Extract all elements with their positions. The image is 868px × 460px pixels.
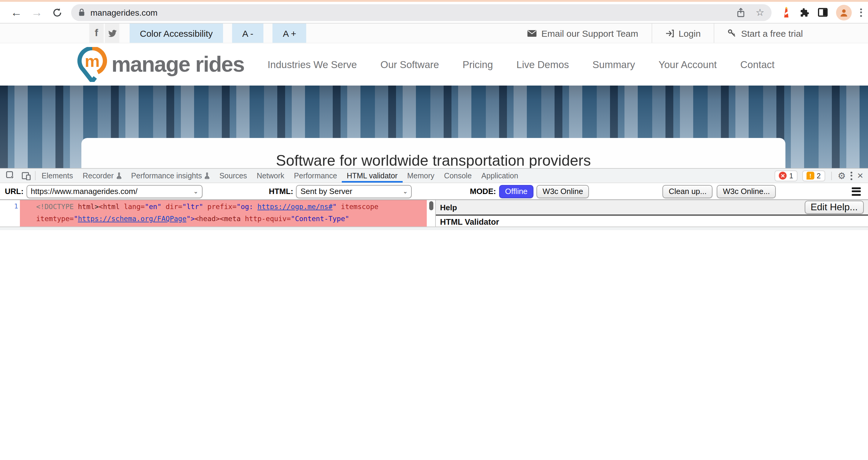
tab-label: Performance	[294, 171, 337, 180]
experiment-flask-icon	[116, 172, 121, 179]
side-panel-icon[interactable]	[818, 8, 828, 17]
login-arrow-icon	[665, 29, 674, 37]
lighthouse-extension-icon[interactable]	[781, 7, 792, 18]
validator-code-pane[interactable]: 1 <!DOCTYPE html><html lang="en" dir="lt…	[0, 200, 435, 227]
devtools-tab-memory[interactable]: Memory	[402, 169, 439, 183]
header-link-start-a-free-trial[interactable]: Start a free trial	[714, 24, 816, 43]
validator-help-pane: Help Edit Help... HTML Validator	[435, 200, 868, 227]
nav-item-pricing[interactable]: Pricing	[463, 59, 493, 70]
back-icon[interactable]: ←	[8, 4, 25, 21]
devtools-tab-recorder[interactable]: Recorder	[78, 169, 126, 183]
devtools-close-icon[interactable]: ×	[857, 170, 863, 181]
error-badge[interactable]: ✕1	[775, 170, 797, 181]
devtools-tab-performance[interactable]: Performance	[289, 169, 342, 183]
code-scrollbar[interactable]	[429, 201, 433, 210]
tab-label: Console	[444, 171, 472, 180]
devtools-tab-elements[interactable]: Elements	[37, 169, 78, 183]
mode-offline-button[interactable]: Offline	[499, 185, 534, 198]
error-icon: ✕	[779, 172, 786, 179]
url-text: managerides.com	[90, 7, 158, 17]
logo-text: manage rides	[112, 52, 244, 77]
mode-w3c-online-button[interactable]: W3c Online	[536, 185, 589, 198]
header-link-label: Email our Support Team	[541, 28, 638, 38]
devtools-tab-network[interactable]: Network	[252, 169, 289, 183]
browser-toolbar: ← → managerides.com ☆	[0, 2, 868, 24]
font-larger-button[interactable]: A +	[273, 24, 306, 43]
site-logo[interactable]: m manage rides	[77, 47, 244, 82]
nav-item-summary[interactable]: Summary	[592, 59, 635, 70]
lock-icon	[79, 8, 85, 16]
w3c-online-button[interactable]: W3c Online...	[717, 185, 776, 198]
clean-up-button[interactable]: Clean up...	[663, 185, 713, 198]
devtools-tab-html-validator[interactable]: HTML validator	[342, 169, 402, 183]
share-icon[interactable]	[736, 7, 745, 17]
warning-badge[interactable]: !2	[802, 170, 825, 181]
url-label: URL:	[5, 187, 24, 196]
browser-menu-icon[interactable]	[860, 8, 862, 17]
validator-toolbar: URL: https://www.managerides.com/⌄ HTML:…	[0, 183, 868, 200]
twitter-icon[interactable]	[105, 24, 119, 43]
drawer-tab-issues[interactable]: Issues	[205, 227, 240, 230]
header-link-label: Start a free trial	[741, 28, 803, 38]
key-icon	[728, 29, 736, 37]
inspect-element-icon[interactable]	[2, 169, 18, 183]
tab-label: HTML validator	[347, 171, 398, 180]
site-utility-bar: f Color Accessibility A - A + Email our …	[0, 24, 868, 43]
header-link-login[interactable]: Login	[652, 24, 714, 43]
main-nav: Industries We ServeOur SoftwarePricingLi…	[268, 59, 775, 70]
header-links: Email our Support TeamLoginStart a free …	[514, 24, 868, 43]
drawer-tab-lighthouse[interactable]: Lighthouse	[155, 227, 205, 230]
drawer-tabbar: ConsoleWhat's NewCoverageLighthouseIssue…	[0, 227, 868, 230]
tab-label: Memory	[407, 171, 434, 180]
edit-help-button[interactable]: Edit Help...	[804, 201, 864, 214]
address-bar[interactable]: managerides.com ☆	[71, 4, 772, 21]
tab-label: Elements	[41, 171, 73, 180]
drawer-close-icon[interactable]: ×	[856, 230, 868, 230]
drawer-tab-what-s-new[interactable]: What's New	[56, 227, 109, 230]
devtools-tab-application[interactable]: Application	[476, 169, 523, 183]
tab-label: Performance insights	[131, 171, 202, 180]
header-link-label: Login	[679, 28, 701, 38]
tab-label: Recorder	[83, 171, 114, 180]
nav-item-contact[interactable]: Contact	[740, 59, 775, 70]
device-toolbar-icon[interactable]	[18, 169, 34, 183]
drawer-menu-icon[interactable]	[1, 227, 14, 230]
devtools-tab-console[interactable]: Console	[439, 169, 476, 183]
drawer-tab-coverage[interactable]: Coverage	[108, 227, 154, 230]
svg-text:m: m	[85, 52, 100, 70]
devtools-menu-icon[interactable]	[850, 171, 852, 180]
tab-label: Application	[481, 171, 518, 180]
experiment-flask-icon	[204, 172, 210, 179]
hero-card: Software for worldwide transportation pr…	[82, 138, 785, 168]
line-number: 1	[0, 200, 18, 227]
site-nav-row: m manage rides Industries We ServeOur So…	[0, 43, 868, 86]
extensions-puzzle-icon[interactable]	[800, 7, 809, 17]
drawer-tab-console[interactable]: Console	[14, 227, 56, 230]
nav-item-your-account[interactable]: Your Account	[658, 59, 717, 70]
color-accessibility-button[interactable]: Color Accessibility	[130, 24, 223, 43]
validator-html-select[interactable]: Sent by Server⌄	[296, 185, 412, 198]
validator-url-select[interactable]: https://www.managerides.com/⌄	[27, 185, 203, 198]
drawer-tab-developer-resources[interactable]: Developer Resources	[240, 227, 325, 230]
validator-menu-icon[interactable]	[852, 187, 861, 196]
nav-item-our-software[interactable]: Our Software	[380, 59, 439, 70]
nav-item-live-demos[interactable]: Live Demos	[517, 59, 569, 70]
nav-item-industries-we-serve[interactable]: Industries We Serve	[268, 59, 357, 70]
hero-headline: Software for worldwide transportation pr…	[276, 152, 591, 168]
help-title: Help	[440, 203, 457, 212]
hero-image: Software for worldwide transportation pr…	[0, 86, 868, 168]
devtools-tabbar: ElementsRecorderPerformance insightsSour…	[0, 168, 868, 183]
reload-icon[interactable]	[49, 4, 66, 21]
settings-gear-icon[interactable]: ⚙	[838, 170, 846, 181]
devtools-tab-performance-insights[interactable]: Performance insights	[126, 169, 215, 183]
tab-label: Sources	[219, 171, 247, 180]
font-smaller-button[interactable]: A -	[232, 24, 264, 43]
devtools-tab-sources[interactable]: Sources	[215, 169, 252, 183]
bookmark-star-icon[interactable]: ☆	[755, 7, 764, 18]
profile-avatar[interactable]	[836, 4, 852, 20]
facebook-icon[interactable]: f	[89, 24, 104, 43]
header-link-email-our-support-team[interactable]: Email our Support Team	[514, 24, 651, 43]
help-heading: HTML Validator	[436, 216, 868, 227]
logo-mark-icon: m	[77, 47, 107, 82]
html-label: HTML:	[269, 187, 293, 196]
